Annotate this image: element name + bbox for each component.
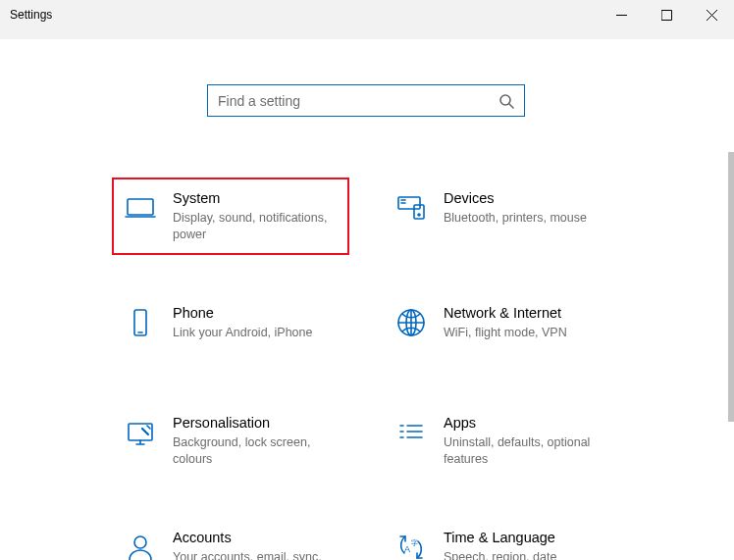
category-grid: SystemDisplay, sound, notifications, pow… xyxy=(112,178,620,560)
tile-network[interactable]: Network & InternetWiFi, flight mode, VPN xyxy=(383,292,620,365)
titlebar: Settings xyxy=(0,0,734,29)
tile-description: Speech, region, date xyxy=(444,549,556,560)
window-controls xyxy=(599,0,734,29)
tile-apps[interactable]: AppsUninstall, defaults, optional featur… xyxy=(383,402,620,480)
tile-title: Devices xyxy=(444,189,587,207)
tile-description: Background, lock screen, colours xyxy=(173,434,336,468)
tile-title: Phone xyxy=(173,304,312,322)
close-button[interactable] xyxy=(689,0,734,29)
scrollbar[interactable] xyxy=(728,152,734,422)
tile-title: Network & Internet xyxy=(444,304,567,322)
tile-accounts[interactable]: AccountsYour accounts, email, sync, work… xyxy=(112,517,349,560)
tile-system[interactable]: SystemDisplay, sound, notifications, pow… xyxy=(112,178,349,255)
tile-description: Your accounts, email, sync, work, family xyxy=(173,549,336,560)
tile-title: Apps xyxy=(444,414,606,432)
network-icon xyxy=(394,306,428,339)
phone-icon xyxy=(124,306,157,339)
time-language-icon xyxy=(394,531,428,560)
system-icon xyxy=(124,191,157,225)
svg-rect-11 xyxy=(661,10,671,20)
tile-title: Time & Language xyxy=(444,529,556,546)
apps-icon xyxy=(394,416,428,449)
search-input[interactable] xyxy=(218,93,498,109)
tile-time-language[interactable]: Time & LanguageSpeech, region, date xyxy=(383,517,620,560)
subbar xyxy=(0,29,734,39)
tile-phone[interactable]: PhoneLink your Android, iPhone xyxy=(112,292,349,365)
main-pane: SystemDisplay, sound, notifications, pow… xyxy=(0,39,734,560)
tile-description: Display, sound, notifications, power xyxy=(173,210,336,243)
tile-devices[interactable]: DevicesBluetooth, printers, mouse xyxy=(383,178,620,255)
tile-title: Accounts xyxy=(173,529,336,546)
personalisation-icon xyxy=(124,416,157,449)
search-box[interactable] xyxy=(207,84,525,117)
tile-personalisation[interactable]: PersonalisationBackground, lock screen, … xyxy=(112,402,349,480)
minimize-button[interactable] xyxy=(599,0,644,29)
tile-description: Link your Android, iPhone xyxy=(173,325,312,341)
window-title: Settings xyxy=(10,8,52,22)
search-icon xyxy=(498,93,514,109)
tile-description: WiFi, flight mode, VPN xyxy=(444,325,567,341)
tile-description: Bluetooth, printers, mouse xyxy=(444,210,587,227)
tile-title: Personalisation xyxy=(173,414,336,432)
maximize-button[interactable] xyxy=(644,0,689,29)
accounts-icon xyxy=(124,531,157,560)
tile-title: System xyxy=(173,189,336,207)
devices-icon xyxy=(394,191,428,225)
tile-description: Uninstall, defaults, optional features xyxy=(444,434,606,468)
